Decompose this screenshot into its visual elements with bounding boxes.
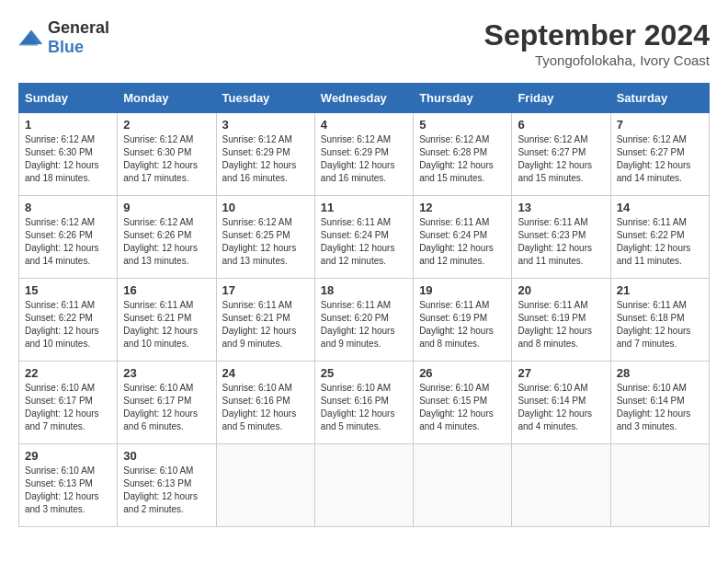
table-row: 18 Sunrise: 6:11 AM Sunset: 6:20 PM Dayl… <box>314 279 413 362</box>
table-row: 22 Sunrise: 6:10 AM Sunset: 6:17 PM Dayl… <box>19 362 118 444</box>
day-info: Sunrise: 6:11 AM Sunset: 6:22 PM Dayligh… <box>25 299 111 350</box>
location: Tyongofolokaha, Ivory Coast <box>484 52 710 68</box>
day-info: Sunrise: 6:11 AM Sunset: 6:21 PM Dayligh… <box>123 299 210 350</box>
table-row: 4 Sunrise: 6:12 AM Sunset: 6:29 PM Dayli… <box>314 113 413 196</box>
day-info: Sunrise: 6:12 AM Sunset: 6:30 PM Dayligh… <box>25 133 111 185</box>
day-info: Sunrise: 6:12 AM Sunset: 6:29 PM Dayligh… <box>222 133 309 185</box>
day-info: Sunrise: 6:10 AM Sunset: 6:13 PM Dayligh… <box>123 465 210 516</box>
day-number: 30 <box>123 449 210 463</box>
day-info: Sunrise: 6:10 AM Sunset: 6:15 PM Dayligh… <box>419 382 506 433</box>
day-number: 13 <box>518 201 604 214</box>
calendar-week-1: 1 Sunrise: 6:12 AM Sunset: 6:30 PM Dayli… <box>19 113 710 196</box>
col-friday: Friday <box>512 84 610 113</box>
day-number: 9 <box>123 201 210 214</box>
day-number: 17 <box>222 283 309 297</box>
day-info: Sunrise: 6:11 AM Sunset: 6:24 PM Dayligh… <box>419 216 506 268</box>
day-info: Sunrise: 6:10 AM Sunset: 6:17 PM Dayligh… <box>123 382 210 433</box>
table-row: 13 Sunrise: 6:11 AM Sunset: 6:23 PM Dayl… <box>512 196 610 279</box>
table-row <box>512 444 610 527</box>
table-row: 26 Sunrise: 6:10 AM Sunset: 6:15 PM Dayl… <box>414 362 512 444</box>
table-row: 9 Sunrise: 6:12 AM Sunset: 6:26 PM Dayli… <box>118 196 216 279</box>
day-number: 27 <box>518 366 604 380</box>
table-row <box>414 444 512 527</box>
table-row: 20 Sunrise: 6:11 AM Sunset: 6:19 PM Dayl… <box>512 279 610 362</box>
day-number: 23 <box>123 366 210 380</box>
table-row: 3 Sunrise: 6:12 AM Sunset: 6:29 PM Dayli… <box>216 113 314 196</box>
table-row: 8 Sunrise: 6:12 AM Sunset: 6:26 PM Dayli… <box>19 196 118 279</box>
day-number: 1 <box>25 118 111 132</box>
table-row: 21 Sunrise: 6:11 AM Sunset: 6:18 PM Dayl… <box>610 279 709 362</box>
header-row: Sunday Monday Tuesday Wednesday Thursday… <box>19 84 710 113</box>
day-number: 10 <box>222 201 309 214</box>
table-row: 27 Sunrise: 6:10 AM Sunset: 6:14 PM Dayl… <box>512 362 610 444</box>
table-row: 5 Sunrise: 6:12 AM Sunset: 6:28 PM Dayli… <box>414 113 512 196</box>
day-number: 2 <box>123 118 210 132</box>
day-number: 19 <box>419 283 506 297</box>
table-row: 19 Sunrise: 6:11 AM Sunset: 6:19 PM Dayl… <box>414 279 512 362</box>
day-number: 3 <box>222 118 309 132</box>
day-number: 18 <box>321 283 407 297</box>
table-row: 24 Sunrise: 6:10 AM Sunset: 6:16 PM Dayl… <box>216 362 314 444</box>
calendar-week-2: 8 Sunrise: 6:12 AM Sunset: 6:26 PM Dayli… <box>19 196 710 279</box>
day-number: 20 <box>518 283 604 297</box>
day-info: Sunrise: 6:12 AM Sunset: 6:30 PM Dayligh… <box>123 133 210 185</box>
day-number: 22 <box>25 366 111 380</box>
col-saturday: Saturday <box>610 84 709 113</box>
table-row: 15 Sunrise: 6:11 AM Sunset: 6:22 PM Dayl… <box>19 279 118 362</box>
day-info: Sunrise: 6:10 AM Sunset: 6:16 PM Dayligh… <box>321 382 407 433</box>
table-row: 28 Sunrise: 6:10 AM Sunset: 6:14 PM Dayl… <box>610 362 709 444</box>
col-sunday: Sunday <box>19 84 118 113</box>
table-row: 1 Sunrise: 6:12 AM Sunset: 6:30 PM Dayli… <box>19 113 118 196</box>
day-number: 29 <box>25 449 111 463</box>
logo-blue: Blue <box>48 38 84 56</box>
day-info: Sunrise: 6:11 AM Sunset: 6:22 PM Dayligh… <box>617 216 703 268</box>
header: General Blue September 2024 Tyongofoloka… <box>18 18 710 68</box>
day-number: 14 <box>617 201 703 214</box>
table-row <box>610 444 709 527</box>
day-number: 4 <box>321 118 407 132</box>
day-info: Sunrise: 6:12 AM Sunset: 6:27 PM Dayligh… <box>518 133 604 185</box>
logo-general: General <box>48 18 109 37</box>
logo-text: General Blue <box>48 18 109 57</box>
table-row <box>216 444 314 527</box>
day-number: 24 <box>222 366 309 380</box>
table-row: 23 Sunrise: 6:10 AM Sunset: 6:17 PM Dayl… <box>118 362 216 444</box>
table-row: 2 Sunrise: 6:12 AM Sunset: 6:30 PM Dayli… <box>118 113 216 196</box>
table-row: 7 Sunrise: 6:12 AM Sunset: 6:27 PM Dayli… <box>610 113 709 196</box>
calendar-week-3: 15 Sunrise: 6:11 AM Sunset: 6:22 PM Dayl… <box>19 279 710 362</box>
day-info: Sunrise: 6:11 AM Sunset: 6:21 PM Dayligh… <box>222 299 309 350</box>
day-info: Sunrise: 6:12 AM Sunset: 6:29 PM Dayligh… <box>321 133 407 185</box>
calendar-week-4: 22 Sunrise: 6:10 AM Sunset: 6:17 PM Dayl… <box>19 362 710 444</box>
table-row: 6 Sunrise: 6:12 AM Sunset: 6:27 PM Dayli… <box>512 113 610 196</box>
day-info: Sunrise: 6:10 AM Sunset: 6:16 PM Dayligh… <box>222 382 309 433</box>
day-number: 15 <box>25 283 111 297</box>
day-info: Sunrise: 6:12 AM Sunset: 6:28 PM Dayligh… <box>419 133 506 185</box>
day-number: 8 <box>25 201 111 214</box>
col-tuesday: Tuesday <box>216 84 314 113</box>
table-row: 10 Sunrise: 6:12 AM Sunset: 6:25 PM Dayl… <box>216 196 314 279</box>
day-number: 28 <box>617 366 703 380</box>
day-info: Sunrise: 6:12 AM Sunset: 6:27 PM Dayligh… <box>617 133 703 185</box>
day-info: Sunrise: 6:11 AM Sunset: 6:20 PM Dayligh… <box>321 299 407 350</box>
table-row: 14 Sunrise: 6:11 AM Sunset: 6:22 PM Dayl… <box>610 196 709 279</box>
day-number: 25 <box>321 366 407 380</box>
table-row: 17 Sunrise: 6:11 AM Sunset: 6:21 PM Dayl… <box>216 279 314 362</box>
calendar-week-5: 29 Sunrise: 6:10 AM Sunset: 6:13 PM Dayl… <box>19 444 710 527</box>
table-row: 12 Sunrise: 6:11 AM Sunset: 6:24 PM Dayl… <box>414 196 512 279</box>
col-thursday: Thursday <box>414 84 512 113</box>
day-info: Sunrise: 6:12 AM Sunset: 6:25 PM Dayligh… <box>222 216 309 268</box>
day-info: Sunrise: 6:11 AM Sunset: 6:18 PM Dayligh… <box>617 299 703 350</box>
table-row <box>314 444 413 527</box>
day-info: Sunrise: 6:11 AM Sunset: 6:24 PM Dayligh… <box>321 216 407 268</box>
logo: General Blue <box>18 18 109 57</box>
col-wednesday: Wednesday <box>314 84 413 113</box>
title-area: September 2024 Tyongofolokaha, Ivory Coa… <box>484 18 710 68</box>
day-number: 11 <box>321 201 407 214</box>
day-number: 12 <box>419 201 506 214</box>
table-row: 16 Sunrise: 6:11 AM Sunset: 6:21 PM Dayl… <box>118 279 216 362</box>
day-info: Sunrise: 6:12 AM Sunset: 6:26 PM Dayligh… <box>123 216 210 268</box>
day-info: Sunrise: 6:10 AM Sunset: 6:14 PM Dayligh… <box>518 382 604 433</box>
logo-icon <box>18 29 44 47</box>
month-year: September 2024 <box>484 18 710 52</box>
table-row: 11 Sunrise: 6:11 AM Sunset: 6:24 PM Dayl… <box>314 196 413 279</box>
